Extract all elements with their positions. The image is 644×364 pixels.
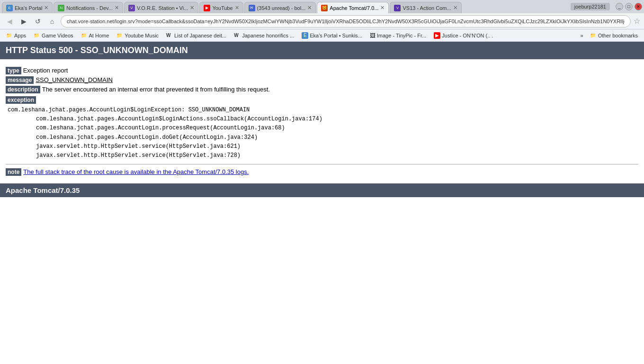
note-value: The full stack trace of the root cause i…: [23, 168, 249, 176]
title-bar: E Eka's Portal ✕ N Notifications - Dev..…: [0, 0, 644, 13]
message-row: message SSO_UNKNOWN_DOMAIN: [6, 76, 638, 84]
error-header: HTTP Status 500 - SSO_UNKNOWN_DOMAIN: [0, 42, 644, 59]
bookmark-apps-label: Apps: [14, 33, 26, 38]
bookmark-japanese-honorifics[interactable]: W Japanese honorifics ...: [231, 31, 297, 40]
mail-favicon: ✉: [249, 5, 255, 11]
at-home-folder-icon: 📁: [81, 32, 88, 39]
type-row: type Exception report: [6, 67, 638, 74]
stacktrace-line1: com.leshana.jchat.pages.AccountLogin$Log…: [8, 106, 638, 115]
yt-music-folder-icon: 📁: [116, 32, 123, 39]
tab-notif-close[interactable]: ✕: [115, 5, 119, 11]
home-button[interactable]: ⌂: [46, 16, 58, 27]
notif-favicon: N: [58, 5, 64, 11]
bookmark-other[interactable]: 📁 Other bookmarks: [587, 31, 641, 40]
apps-folder-icon: 📁: [6, 32, 13, 39]
stacktrace-line5: javax.servlet.http.HttpServlet.service(H…: [8, 142, 638, 151]
tab-tomcat-close[interactable]: ✕: [380, 5, 385, 11]
bookmark-at-home-label: At Home: [89, 33, 109, 38]
reload-button[interactable]: ↺: [32, 16, 44, 27]
bookmark-youtube-music[interactable]: 📁 Youtube Music: [113, 31, 162, 40]
ekas-portal-bk-icon: E: [302, 32, 308, 39]
bookmark-game-videos[interactable]: 📁 Game Videos: [30, 31, 76, 40]
bookmark-japanese-list[interactable]: W List of Japanese deit...: [163, 31, 230, 40]
type-label: type: [6, 67, 21, 74]
message-label: message: [6, 76, 34, 84]
bookmark-apps[interactable]: 📁 Apps: [3, 31, 29, 40]
tab-youtube-close[interactable]: ✕: [235, 5, 239, 11]
note-row: note The full stack trace of the root ca…: [6, 168, 638, 176]
bookmarks-more-button[interactable]: »: [578, 32, 586, 39]
tab-eka-close[interactable]: ✕: [44, 5, 48, 11]
exception-label: exception: [6, 96, 36, 104]
stacktrace-line2: com.leshana.jchat.pages.AccountLogin$Log…: [8, 115, 638, 124]
tabs-area: E Eka's Portal ✕ N Notifications - Dev..…: [2, 0, 571, 13]
error-body: type Exception report message SSO_UNKNOW…: [0, 59, 644, 183]
stacktrace-line3: com.leshana.jchat.pages.AccountLogin.pro…: [8, 124, 638, 133]
vs-favicon: V: [394, 5, 401, 11]
tab-mail[interactable]: ✉ (3543 unread) - bol... ✕: [244, 2, 316, 13]
tab-vore-title: V.O.R.E. Station • Vi...: [137, 5, 188, 11]
address-input[interactable]: [61, 15, 631, 27]
tab-notifications[interactable]: N Notifications - Dev... ✕: [54, 2, 123, 13]
tab-eka[interactable]: E Eka's Portal ✕: [2, 2, 53, 13]
japanese-list-icon: W: [166, 32, 173, 39]
bookmark-justice-label: Justice - ON'N'ON (.. .: [442, 33, 493, 38]
bookmark-justice[interactable]: ▶ Justice - ON'N'ON (.. .: [430, 31, 496, 40]
description-row: description The server encountered an in…: [6, 86, 638, 93]
page-title: HTTP Status 500 - SSO_UNKNOWN_DOMAIN: [6, 46, 188, 55]
bookmark-youtube-music-label: Youtube Music: [125, 33, 159, 38]
bookmark-at-home[interactable]: 📁 At Home: [78, 31, 113, 40]
stacktrace: com.leshana.jchat.pages.AccountLogin$Log…: [6, 106, 638, 160]
back-button[interactable]: ◀: [4, 16, 15, 27]
tab-eka-title: Eka's Portal: [15, 5, 42, 11]
tab-youtube-title: YouTube: [212, 5, 233, 11]
tab-tomcat-title: Apache Tomcat/7.0...: [330, 5, 378, 11]
minimize-button[interactable]: _: [616, 3, 623, 10]
bookmark-tinypic-label: Image - TinyPic - Fr...: [377, 33, 427, 38]
tab-mail-close[interactable]: ✕: [307, 5, 312, 11]
footer-header: Apache Tomcat/7.0.35: [0, 183, 644, 197]
tab-youtube[interactable]: ▶ YouTube ✕: [199, 2, 243, 13]
address-bar: ◀ ▶ ↺ ⌂ ☆: [0, 13, 644, 29]
forward-button[interactable]: ▶: [18, 16, 29, 27]
description-label: description: [6, 86, 40, 93]
tab-vore[interactable]: V V.O.R.E. Station • Vi... ✕: [124, 2, 198, 13]
bookmark-other-label: Other bookmarks: [598, 33, 638, 38]
note-label: note: [6, 168, 21, 176]
description-value: The server encountered an internal error…: [42, 86, 270, 93]
bookmark-game-videos-label: Game Videos: [42, 33, 73, 38]
other-folder-icon: 📁: [590, 32, 597, 39]
tomcat-favicon: 🐱: [321, 5, 328, 11]
japanese-honorifics-icon: W: [234, 32, 241, 39]
bookmark-ekas-portal[interactable]: E Eka's Portal • Sunkis...: [298, 31, 366, 40]
bookmark-japanese-list-label: List of Japanese deit...: [174, 33, 226, 38]
tab-vs[interactable]: V VS13 - Action Com... ✕: [390, 2, 461, 13]
bookmark-tinypic[interactable]: 🖼 Image - TinyPic - Fr...: [367, 31, 430, 40]
bookmarks-bar: 📁 Apps 📁 Game Videos 📁 At Home 📁 Youtube…: [0, 29, 644, 42]
game-videos-folder-icon: 📁: [34, 32, 40, 39]
message-value: SSO_UNKNOWN_DOMAIN: [36, 76, 113, 84]
tinypic-icon: 🖼: [370, 32, 376, 39]
close-button[interactable]: ✕: [635, 3, 642, 10]
bookmark-ekas-portal-label: Eka's Portal • Sunkis...: [310, 33, 362, 38]
type-value: Exception report: [23, 67, 68, 74]
justice-yt-icon: ▶: [434, 32, 440, 39]
divider: [6, 164, 638, 164]
maximize-button[interactable]: □: [625, 3, 633, 10]
bookmark-star-icon[interactable]: ☆: [634, 17, 640, 26]
tab-notif-title: Notifications - Dev...: [66, 5, 113, 11]
tab-tomcat[interactable]: 🐱 Apache Tomcat/7.0... ✕: [317, 2, 389, 13]
eka-favicon: E: [6, 5, 13, 11]
user-label: joeburp22181: [571, 3, 610, 10]
stacktrace-line4: com.leshana.jchat.pages.AccountLogin.doG…: [8, 133, 638, 142]
yt-favicon: ▶: [204, 5, 210, 11]
tab-vs-title: VS13 - Action Com...: [402, 5, 451, 11]
stacktrace-line6: javax.servlet.http.HttpServlet.service(H…: [8, 151, 638, 160]
tab-vore-close[interactable]: ✕: [190, 5, 194, 11]
exception-section: exception com.leshana.jchat.pages.Accoun…: [6, 96, 638, 160]
tab-vs-close[interactable]: ✕: [453, 5, 457, 11]
tab-mail-title: (3543 unread) - bol...: [257, 5, 306, 11]
footer-title: Apache Tomcat/7.0.35: [6, 186, 80, 194]
browser-chrome: E Eka's Portal ✕ N Notifications - Dev..…: [0, 0, 644, 336]
vore-favicon: V: [128, 5, 135, 11]
